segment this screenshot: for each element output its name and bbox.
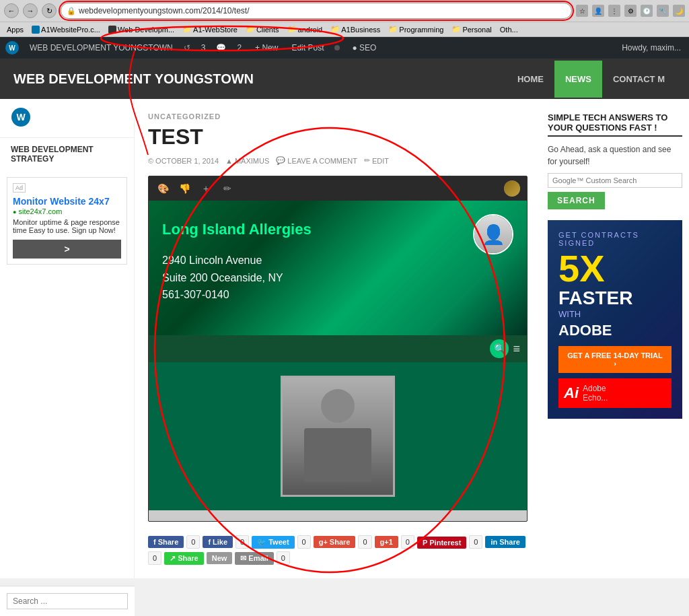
preview-search-bar: 🔍 ≡	[149, 335, 527, 362]
google-search-input[interactable]	[548, 173, 682, 188]
sidebar-logo: W	[0, 99, 134, 138]
ad-description: Monitor uptime & page response time Easy…	[13, 218, 121, 234]
post-edit-link[interactable]: ✏ EDIT	[364, 156, 389, 165]
sidebar-menu-strategy[interactable]: WEB DEVELOPMENT STRATEGY	[0, 138, 134, 170]
preview-thumb-icon[interactable]: 👎	[177, 181, 192, 196]
nav-news[interactable]: NEWS	[554, 61, 602, 98]
pinterest-button[interactable]: P Pinterest	[417, 537, 466, 549]
wp-count1[interactable]: 3	[198, 40, 209, 55]
website-preview: 🎨 👎 + ✏ Long Island Allergies 2940 Linco…	[148, 176, 528, 522]
facebook-share-button[interactable]: f Share	[148, 536, 184, 548]
preview-toolbar: 🎨 👎 + ✏	[149, 176, 527, 201]
wp-site-name-text: WEB DEVELOPMENT YOUNGSTOWN	[30, 43, 173, 53]
bookmark-clients-label: Clients	[256, 26, 279, 34]
refresh-button[interactable]: ↻	[42, 3, 57, 18]
post-meta: © OCTOBER 1, 2014 ▲ MAXIMUS 💬 LEAVE A CO…	[148, 156, 528, 165]
bookmark-programming-label: Programming	[399, 26, 443, 34]
facebook-share-count: 0	[186, 535, 200, 549]
preview-avatar	[504, 180, 520, 197]
ad-banner-5x: 5X	[558, 250, 672, 287]
share-green-button[interactable]: ↗ Share	[164, 552, 204, 565]
menu-icon[interactable]: ⋮	[608, 5, 620, 17]
ad-banner-title: GET CONTRACTS SIGNED	[558, 231, 672, 247]
content-area: UNCATEGORIZED TEST © OCTOBER 1, 2014 ▲ M…	[135, 99, 541, 578]
preview-search-icon[interactable]: 🔍	[490, 339, 509, 358]
adobe-logo: Ai	[564, 384, 579, 402]
bookmark-programming[interactable]: 📁 Programming	[386, 24, 446, 34]
ad-banner-adobe: ADOBE	[558, 322, 672, 339]
bookmark-clients[interactable]: 📁 Clients	[243, 24, 282, 34]
linkedin-share-button[interactable]: in Share	[485, 536, 525, 548]
post-comment-link[interactable]: 💬 LEAVE A COMMENT	[276, 156, 357, 165]
folder-icon-5: 📁	[388, 25, 398, 34]
bookmark-android[interactable]: 📁 android	[285, 24, 326, 34]
wp-admin-bar: W WEB DEVELOPMENT YOUNGSTOWN ↺ 3 💬 2 + N…	[0, 37, 689, 59]
preview-palette-icon[interactable]: 🎨	[155, 181, 170, 196]
url-text: webdevelopmentyoungstown.com/2014/10/tes…	[79, 6, 250, 15]
adobe-logo-tagline: AdobeEcho...	[583, 384, 608, 403]
gplus-icon: g+	[319, 538, 328, 546]
wp-edit-post[interactable]: Edit Post	[289, 40, 326, 55]
bookmark-personal[interactable]: 📁 Personal	[449, 24, 494, 34]
tweet-count: 0	[297, 535, 311, 549]
bookmark-a1webstore[interactable]: 📁 A1-WebStore	[180, 24, 240, 34]
folder-icon-6: 📁	[451, 25, 461, 34]
address-bar[interactable]: 🔒 webdevelopmentyoungstown.com/2014/10/t…	[61, 3, 572, 19]
share-green-icon: ↗	[170, 554, 176, 563]
ad-badge: Ad	[13, 183, 26, 193]
main-wrapper: W WEB DEVELOPMENT STRATEGY Ad Monitor We…	[0, 99, 689, 578]
adobe-logo-box: Ai AdobeEcho...	[558, 378, 672, 408]
email-button[interactable]: ✉ Email	[235, 552, 273, 565]
wp-circle-logo: W	[11, 107, 31, 127]
extension-icon[interactable]: 🔧	[657, 5, 669, 17]
folder-icon-1: 📁	[182, 25, 192, 34]
tweet-button[interactable]: 🐦 Tweet	[252, 536, 294, 549]
preview-hamburger-icon[interactable]: ≡	[513, 342, 520, 356]
bookmark-apps[interactable]: Apps	[4, 25, 26, 34]
bookmark-a1webstore-label: A1-WebStore	[193, 26, 238, 34]
wp-new-button[interactable]: + New	[252, 40, 281, 55]
ad-url: ● site24x7.com	[13, 207, 121, 215]
google-share-button[interactable]: g+ Share	[314, 536, 356, 548]
bookmark-a1business-label: A1Business	[341, 26, 380, 34]
wp-seo[interactable]: ● SEO	[349, 40, 379, 55]
gplus1-button[interactable]: g+1	[375, 536, 398, 548]
like-icon: f	[208, 538, 211, 546]
comment-icon: 💬	[276, 156, 285, 165]
new-button[interactable]: New	[207, 552, 233, 564]
svg-text:W: W	[16, 112, 26, 123]
preview-edit-icon[interactable]: ✏	[220, 181, 235, 196]
bookmark-a1websitepro[interactable]: A1WebsitePro.c...	[29, 25, 103, 34]
search-button[interactable]: SEARCH	[548, 192, 605, 209]
facebook-like-count: 0	[235, 535, 249, 549]
gplus1-count: 0	[401, 535, 414, 549]
settings-icon[interactable]: ⚙	[624, 5, 637, 17]
preview-site-title: Long Island Allergies	[162, 221, 312, 238]
nav-home[interactable]: HOME	[507, 61, 554, 98]
back-button[interactable]: ←	[4, 3, 19, 18]
right-sidebar: SIMPLE TECH ANSWERS TO YOUR QUESTIONS FA…	[541, 99, 689, 578]
bookmark-webdev[interactable]: Web Developm...	[106, 25, 177, 34]
nav-contact[interactable]: CONTACT M	[602, 61, 676, 98]
star-icon[interactable]: ☆	[576, 5, 588, 17]
preview-person-photo: 👤	[473, 214, 513, 254]
wp-count2[interactable]: 2	[234, 40, 244, 55]
post-title: TEST	[148, 125, 528, 149]
preview-address: 2940 Lincoln Avenue Suite 200 Oceanside,…	[162, 252, 283, 304]
wp-logo[interactable]: W	[5, 41, 19, 55]
fb-icon: f	[153, 538, 156, 546]
wp-site-name[interactable]: WEB DEVELOPMENT YOUNGSTOWN	[27, 40, 176, 55]
forward-button[interactable]: →	[23, 3, 38, 18]
bookmark-other[interactable]: Oth...	[497, 25, 521, 34]
facebook-like-button[interactable]: f Like	[203, 536, 233, 548]
preview-add-icon[interactable]: +	[198, 181, 213, 196]
wp-howdy[interactable]: Howdy, maxim...	[619, 40, 684, 55]
site-nav: HOME NEWS CONTACT M	[507, 61, 676, 98]
linkedin-count: 0	[148, 551, 161, 565]
ad-cta-button[interactable]: >	[13, 240, 121, 259]
bookmark-a1business[interactable]: 📁 A1Business	[328, 24, 383, 34]
clock-icon: 🕐	[641, 5, 653, 17]
profile-icon[interactable]: 👤	[592, 5, 604, 17]
adobe-cta-button[interactable]: GET A FREE 14-DAY TRIAL ›	[558, 346, 672, 373]
wp-dot	[334, 45, 340, 50]
